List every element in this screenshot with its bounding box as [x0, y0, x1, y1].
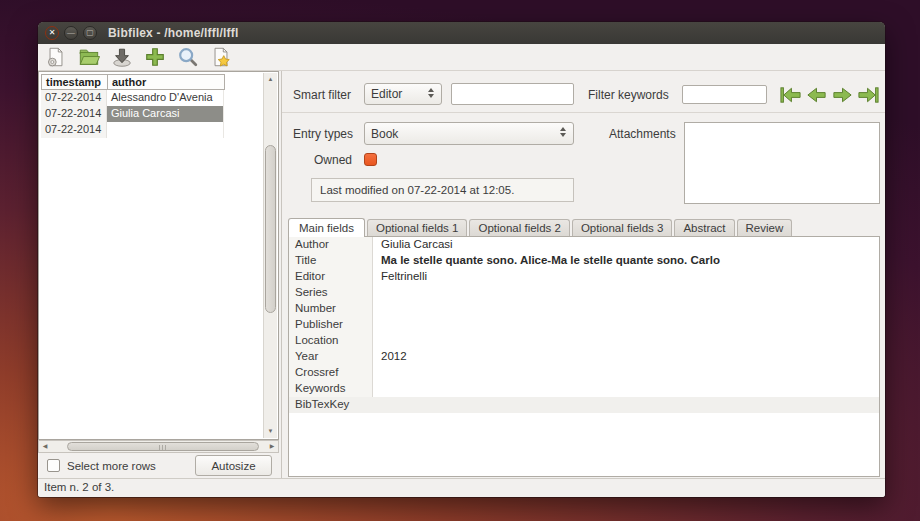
field-value[interactable]: [373, 365, 879, 381]
main-content: timestamp author 07-22-2014Alessandro D'…: [38, 71, 885, 478]
field-label: Keywords: [289, 381, 373, 397]
next-record-button[interactable]: [831, 84, 854, 105]
maximize-button[interactable]: ▢: [83, 26, 97, 40]
vertical-scrollbar[interactable]: ▲ ▼: [263, 73, 277, 438]
last-record-button[interactable]: [857, 84, 880, 105]
cell-author[interactable]: Alessandro D'Avenia: [107, 90, 224, 106]
field-row-title[interactable]: TitleMa le stelle quante sono. Alice-Ma …: [289, 253, 879, 269]
spinner-icon: [427, 87, 435, 102]
field-row-series[interactable]: Series: [289, 285, 879, 301]
scroll-down-icon[interactable]: ▼: [264, 425, 277, 437]
field-label: Year: [289, 349, 373, 365]
new-file-button[interactable]: [43, 45, 69, 69]
save-file-button[interactable]: [109, 45, 135, 69]
new-item-button[interactable]: [208, 45, 234, 69]
previous-record-icon: [805, 85, 828, 105]
main-fields-panel: AuthorGiulia CarcasiTitleMa le stelle qu…: [288, 236, 880, 477]
entries-table-body: 07-22-2014Alessandro D'Avenia07-22-2014G…: [41, 90, 278, 138]
field-row-publisher[interactable]: Publisher: [289, 317, 879, 333]
table-row[interactable]: 07-22-2014Giulia Carcasi: [41, 106, 278, 122]
field-value[interactable]: [373, 301, 879, 317]
minimize-button[interactable]: —: [64, 26, 78, 40]
field-value[interactable]: Feltrinelli: [373, 269, 879, 285]
previous-record-button[interactable]: [805, 84, 828, 105]
select-more-rows-label: Select more rows: [67, 460, 156, 472]
titlebar[interactable]: ✕ — ▢ Bibfilex - /home/lffl/lffl: [38, 22, 885, 44]
field-value[interactable]: [373, 317, 879, 333]
tab-optional-fields-3[interactable]: Optional fields 3: [572, 219, 672, 236]
entry-types-dropdown[interactable]: Book: [364, 122, 574, 145]
field-label: Number: [289, 301, 373, 317]
tab-optional-fields-2[interactable]: Optional fields 2: [469, 219, 569, 236]
tab-main-fields[interactable]: Main fields: [288, 218, 365, 237]
field-value[interactable]: [373, 285, 879, 301]
field-value[interactable]: [373, 381, 879, 397]
select-more-rows-checkbox[interactable]: [47, 459, 60, 472]
field-row-location[interactable]: Location: [289, 333, 879, 349]
cell-author[interactable]: [107, 122, 224, 138]
field-row-keywords[interactable]: Keywords: [289, 381, 879, 397]
field-label: Crossref: [289, 365, 373, 381]
tab-optional-fields-1[interactable]: Optional fields 1: [367, 219, 467, 236]
field-row-number[interactable]: Number: [289, 301, 879, 317]
field-label: Series: [289, 285, 373, 301]
field-value[interactable]: Giulia Carcasi: [373, 237, 879, 253]
filter-separator: [282, 112, 885, 113]
new-file-icon: [45, 46, 67, 68]
cell-author[interactable]: Giulia Carcasi: [107, 106, 224, 122]
window-title: Bibfilex - /home/lffl/lffl: [108, 26, 239, 40]
column-header-author[interactable]: author: [108, 74, 225, 90]
vertical-scroll-thumb[interactable]: [265, 145, 276, 313]
desktop-background: ✕ — ▢ Bibfilex - /home/lffl/lffl: [0, 0, 920, 521]
tab-bar: Main fieldsOptional fields 1Optional fie…: [288, 216, 879, 236]
smart-filter-value: Editor: [371, 87, 402, 101]
entries-table[interactable]: timestamp author 07-22-2014Alessandro D'…: [38, 71, 279, 440]
scroll-up-icon[interactable]: ▲: [264, 73, 277, 85]
horizontal-scroll-thumb[interactable]: [67, 442, 259, 451]
cell-timestamp[interactable]: 07-22-2014: [41, 122, 107, 138]
field-value[interactable]: [373, 333, 879, 349]
field-row-bibtexkey[interactable]: BibTexKey: [289, 397, 879, 413]
spinner-icon: [559, 126, 567, 141]
add-item-button[interactable]: [142, 45, 168, 69]
column-header-timestamp[interactable]: timestamp: [42, 74, 108, 90]
scroll-left-icon[interactable]: ◀: [39, 441, 51, 452]
field-label: Title: [289, 253, 373, 269]
entries-panel: timestamp author 07-22-2014Alessandro D'…: [38, 71, 281, 478]
search-button[interactable]: [175, 45, 201, 69]
tab-abstract[interactable]: Abstract: [674, 219, 734, 236]
owned-label: Owned: [314, 153, 352, 167]
field-label: Location: [289, 333, 373, 349]
filter-keywords-input[interactable]: [682, 85, 767, 104]
attachments-label: Attachments: [609, 127, 676, 141]
last-record-icon: [857, 85, 880, 105]
field-value[interactable]: Ma le stelle quante sono. Alice-Ma le st…: [373, 253, 879, 269]
owned-checkbox[interactable]: [364, 153, 377, 166]
table-header: timestamp author: [41, 74, 225, 90]
search-icon: [177, 46, 199, 68]
field-row-author[interactable]: AuthorGiulia Carcasi: [289, 237, 879, 253]
cell-timestamp[interactable]: 07-22-2014: [41, 90, 107, 106]
attachments-list[interactable]: [684, 122, 880, 204]
smart-filter-dropdown[interactable]: Editor: [364, 83, 442, 105]
first-record-button[interactable]: [779, 84, 802, 105]
field-row-editor[interactable]: EditorFeltrinelli: [289, 269, 879, 285]
field-row-year[interactable]: Year2012: [289, 349, 879, 365]
status-bar: Item n. 2 of 3.: [38, 478, 885, 497]
open-file-button[interactable]: [76, 45, 102, 69]
tab-review[interactable]: Review: [737, 219, 793, 236]
scroll-right-icon[interactable]: ▶: [266, 441, 278, 452]
field-value[interactable]: [373, 397, 879, 413]
smart-filter-input[interactable]: [451, 83, 574, 105]
cell-timestamp[interactable]: 07-22-2014: [41, 106, 107, 122]
first-record-icon: [779, 85, 802, 105]
entry-types-value: Book: [371, 127, 398, 141]
table-row[interactable]: 07-22-2014: [41, 122, 278, 138]
status-text: Item n. 2 of 3.: [44, 481, 114, 493]
close-button[interactable]: ✕: [45, 26, 59, 40]
field-value[interactable]: 2012: [373, 349, 879, 365]
field-row-crossref[interactable]: Crossref: [289, 365, 879, 381]
autosize-button[interactable]: Autosize: [195, 455, 272, 476]
horizontal-scrollbar[interactable]: ◀ ▶: [38, 440, 279, 453]
table-row[interactable]: 07-22-2014Alessandro D'Avenia: [41, 90, 278, 106]
